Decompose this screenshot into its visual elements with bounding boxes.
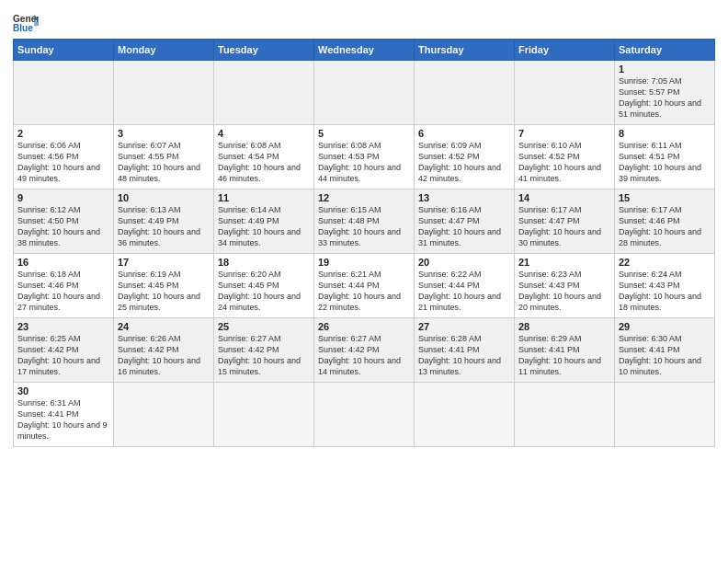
- calendar-day-cell: 27Sunrise: 6:28 AM Sunset: 4:41 PM Dayli…: [415, 318, 515, 383]
- day-info: Sunrise: 6:27 AM Sunset: 4:42 PM Dayligh…: [218, 333, 310, 378]
- day-info: Sunrise: 6:13 AM Sunset: 4:49 PM Dayligh…: [118, 204, 210, 249]
- weekday-header-tuesday: Tuesday: [214, 40, 314, 61]
- calendar-day-cell: 1Sunrise: 7:05 AM Sunset: 5:57 PM Daylig…: [615, 61, 715, 125]
- day-info: Sunrise: 6:21 AM Sunset: 4:44 PM Dayligh…: [318, 269, 410, 314]
- calendar-day-cell: 28Sunrise: 6:29 AM Sunset: 4:41 PM Dayli…: [515, 318, 615, 383]
- calendar-day-cell: 6Sunrise: 6:09 AM Sunset: 4:52 PM Daylig…: [415, 125, 515, 190]
- day-number: 23: [17, 321, 109, 332]
- svg-text:Blue: Blue: [13, 23, 33, 33]
- day-number: 24: [118, 321, 210, 332]
- day-number: 13: [418, 192, 510, 203]
- day-number: 25: [218, 321, 310, 332]
- day-number: 3: [118, 128, 210, 139]
- calendar-day-cell: [615, 383, 715, 447]
- calendar-day-cell: 24Sunrise: 6:26 AM Sunset: 4:42 PM Dayli…: [114, 318, 214, 383]
- day-number: 6: [418, 128, 510, 139]
- calendar-day-cell: [515, 383, 615, 447]
- calendar-week-row: 30Sunrise: 6:31 AM Sunset: 4:41 PM Dayli…: [14, 383, 715, 447]
- day-number: 11: [218, 192, 310, 203]
- generalblue-logo-icon: General Blue: [13, 13, 39, 33]
- calendar-day-cell: 7Sunrise: 6:10 AM Sunset: 4:52 PM Daylig…: [515, 125, 615, 190]
- weekday-header-row: SundayMondayTuesdayWednesdayThursdayFrid…: [14, 40, 715, 61]
- calendar-week-row: 23Sunrise: 6:25 AM Sunset: 4:42 PM Dayli…: [14, 318, 715, 383]
- calendar-day-cell: 22Sunrise: 6:24 AM Sunset: 4:43 PM Dayli…: [615, 254, 715, 318]
- calendar-day-cell: [114, 383, 214, 447]
- day-info: Sunrise: 6:08 AM Sunset: 4:54 PM Dayligh…: [218, 140, 310, 185]
- day-number: 12: [318, 192, 410, 203]
- day-number: 5: [318, 128, 410, 139]
- day-info: Sunrise: 6:10 AM Sunset: 4:52 PM Dayligh…: [518, 140, 610, 185]
- calendar-day-cell: 19Sunrise: 6:21 AM Sunset: 4:44 PM Dayli…: [314, 254, 415, 318]
- calendar-day-cell: 17Sunrise: 6:19 AM Sunset: 4:45 PM Dayli…: [114, 254, 214, 318]
- calendar-day-cell: 13Sunrise: 6:16 AM Sunset: 4:47 PM Dayli…: [415, 190, 515, 254]
- calendar-day-cell: 11Sunrise: 6:14 AM Sunset: 4:49 PM Dayli…: [214, 190, 314, 254]
- day-number: 22: [619, 257, 711, 268]
- day-number: 28: [518, 321, 610, 332]
- calendar-day-cell: 21Sunrise: 6:23 AM Sunset: 4:43 PM Dayli…: [515, 254, 615, 318]
- calendar-day-cell: 29Sunrise: 6:30 AM Sunset: 4:41 PM Dayli…: [615, 318, 715, 383]
- day-number: 16: [17, 257, 109, 268]
- day-number: 20: [418, 257, 510, 268]
- calendar-day-cell: 20Sunrise: 6:22 AM Sunset: 4:44 PM Dayli…: [415, 254, 515, 318]
- calendar-day-cell: 5Sunrise: 6:08 AM Sunset: 4:53 PM Daylig…: [314, 125, 415, 190]
- day-info: Sunrise: 6:19 AM Sunset: 4:45 PM Dayligh…: [118, 269, 210, 314]
- day-info: Sunrise: 6:07 AM Sunset: 4:55 PM Dayligh…: [118, 140, 210, 185]
- calendar-day-cell: 16Sunrise: 6:18 AM Sunset: 4:46 PM Dayli…: [14, 254, 114, 318]
- day-info: Sunrise: 6:25 AM Sunset: 4:42 PM Dayligh…: [17, 333, 109, 378]
- calendar-day-cell: [415, 383, 515, 447]
- calendar-week-row: 1Sunrise: 7:05 AM Sunset: 5:57 PM Daylig…: [14, 61, 715, 125]
- calendar-day-cell: 15Sunrise: 6:17 AM Sunset: 4:46 PM Dayli…: [615, 190, 715, 254]
- day-number: 26: [318, 321, 410, 332]
- day-info: Sunrise: 6:24 AM Sunset: 4:43 PM Dayligh…: [619, 269, 711, 314]
- day-info: Sunrise: 6:16 AM Sunset: 4:47 PM Dayligh…: [418, 204, 510, 249]
- calendar-week-row: 2Sunrise: 6:06 AM Sunset: 4:56 PM Daylig…: [14, 125, 715, 190]
- day-info: Sunrise: 6:17 AM Sunset: 4:47 PM Dayligh…: [518, 204, 610, 249]
- calendar-day-cell: 2Sunrise: 6:06 AM Sunset: 4:56 PM Daylig…: [14, 125, 114, 190]
- calendar-day-cell: 10Sunrise: 6:13 AM Sunset: 4:49 PM Dayli…: [114, 190, 214, 254]
- page: General Blue SundayMondayTuesdayWednesda…: [0, 0, 728, 563]
- calendar-table: SundayMondayTuesdayWednesdayThursdayFrid…: [13, 39, 715, 447]
- day-number: 10: [118, 192, 210, 203]
- day-info: Sunrise: 7:05 AM Sunset: 5:57 PM Dayligh…: [619, 75, 711, 121]
- day-info: Sunrise: 6:11 AM Sunset: 4:51 PM Dayligh…: [619, 140, 711, 185]
- day-number: 7: [518, 128, 610, 139]
- day-number: 15: [619, 192, 711, 203]
- calendar-day-cell: [515, 61, 615, 125]
- day-number: 1: [619, 63, 711, 75]
- day-info: Sunrise: 6:29 AM Sunset: 4:41 PM Dayligh…: [518, 333, 610, 378]
- calendar-day-cell: 4Sunrise: 6:08 AM Sunset: 4:54 PM Daylig…: [214, 125, 314, 190]
- calendar-day-cell: 12Sunrise: 6:15 AM Sunset: 4:48 PM Dayli…: [314, 190, 415, 254]
- day-info: Sunrise: 6:30 AM Sunset: 4:41 PM Dayligh…: [619, 333, 711, 378]
- day-info: Sunrise: 6:17 AM Sunset: 4:46 PM Dayligh…: [619, 204, 711, 249]
- day-info: Sunrise: 6:27 AM Sunset: 4:42 PM Dayligh…: [318, 333, 410, 378]
- day-number: 21: [518, 257, 610, 268]
- calendar-day-cell: 25Sunrise: 6:27 AM Sunset: 4:42 PM Dayli…: [214, 318, 314, 383]
- day-number: 29: [619, 321, 711, 332]
- day-number: 18: [218, 257, 310, 268]
- day-number: 19: [318, 257, 410, 268]
- calendar-day-cell: 14Sunrise: 6:17 AM Sunset: 4:47 PM Dayli…: [515, 190, 615, 254]
- day-info: Sunrise: 6:20 AM Sunset: 4:45 PM Dayligh…: [218, 269, 310, 314]
- day-number: 30: [17, 385, 109, 396]
- day-number: 2: [17, 128, 109, 139]
- calendar-day-cell: 26Sunrise: 6:27 AM Sunset: 4:42 PM Dayli…: [314, 318, 415, 383]
- day-number: 17: [118, 257, 210, 268]
- calendar-day-cell: 9Sunrise: 6:12 AM Sunset: 4:50 PM Daylig…: [14, 190, 114, 254]
- calendar-day-cell: 30Sunrise: 6:31 AM Sunset: 4:41 PM Dayli…: [14, 383, 114, 447]
- calendar-day-cell: [314, 383, 415, 447]
- logo: General Blue: [13, 13, 39, 33]
- weekday-header-monday: Monday: [114, 40, 214, 61]
- day-info: Sunrise: 6:28 AM Sunset: 4:41 PM Dayligh…: [418, 333, 510, 378]
- weekday-header-friday: Friday: [515, 40, 615, 61]
- day-info: Sunrise: 6:23 AM Sunset: 4:43 PM Dayligh…: [518, 269, 610, 314]
- day-number: 4: [218, 128, 310, 139]
- weekday-header-wednesday: Wednesday: [314, 40, 415, 61]
- day-info: Sunrise: 6:22 AM Sunset: 4:44 PM Dayligh…: [418, 269, 510, 314]
- weekday-header-thursday: Thursday: [415, 40, 515, 61]
- header: General Blue: [13, 9, 715, 33]
- calendar-week-row: 9Sunrise: 6:12 AM Sunset: 4:50 PM Daylig…: [14, 190, 715, 254]
- day-info: Sunrise: 6:14 AM Sunset: 4:49 PM Dayligh…: [218, 204, 310, 249]
- weekday-header-sunday: Sunday: [14, 40, 114, 61]
- calendar-week-row: 16Sunrise: 6:18 AM Sunset: 4:46 PM Dayli…: [14, 254, 715, 318]
- calendar-day-cell: [14, 61, 114, 125]
